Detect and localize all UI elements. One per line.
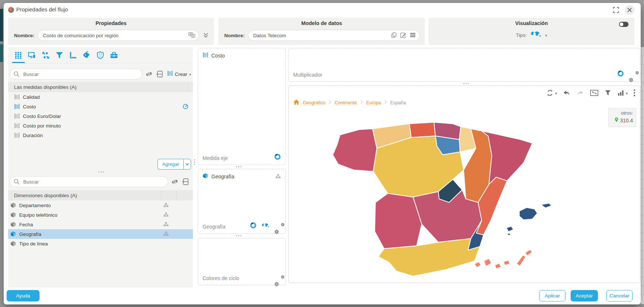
content-sidebar: {} css (8, 47, 193, 287)
measure-row[interactable]: Duración (8, 130, 193, 140)
dropzone-label: Geografía (202, 224, 225, 230)
map-legend: otros: 310.4 (608, 108, 636, 127)
measures-header: Las medidas disponibles (A) (8, 82, 193, 92)
translate-icon[interactable] (188, 32, 195, 40)
map-type-icon[interactable] (530, 31, 541, 39)
abacus-icon (14, 123, 20, 129)
crear-button[interactable]: Crear (167, 70, 191, 78)
settings-gears-icon[interactable] (629, 71, 636, 78)
measure-label: Duración (23, 133, 43, 138)
tab-toolbox-icon[interactable] (110, 51, 118, 60)
filter-icon[interactable] (604, 89, 612, 97)
hierarchy-icon[interactable] (275, 174, 281, 181)
tab-tag-icon[interactable] (82, 51, 91, 60)
map-type-dropdown-icon[interactable] (545, 32, 547, 38)
edit-icon[interactable] (400, 32, 406, 40)
radial-option-icon[interactable] (274, 153, 281, 162)
dimension-row[interactable]: Equipo telefónico (8, 210, 193, 220)
measures-search-input[interactable] (10, 69, 142, 80)
flow-name-input[interactable] (38, 30, 199, 41)
tab-devices-icon[interactable] (28, 51, 37, 60)
dropzone-medida-eje[interactable]: Costo Medida eje (198, 48, 286, 165)
ayuda-button[interactable]: Ayuda (7, 290, 39, 301)
measure-row[interactable]: Costo (8, 102, 193, 111)
kebab-menu-icon[interactable] (633, 89, 636, 97)
aceptar-button[interactable]: Aceptar (571, 290, 598, 301)
zone-splitter-handle[interactable] (236, 166, 242, 167)
hierarchy-icon[interactable] (163, 231, 169, 237)
measure-row[interactable]: Calidad (8, 92, 193, 102)
dimension-label: Geografía (19, 231, 41, 237)
measure-label: Costo (23, 104, 36, 109)
tab-interactions-icon[interactable] (41, 51, 50, 60)
dropzone-geografia[interactable]: Geografía Geografía (198, 169, 286, 234)
map-region-Galicia[interactable] (333, 129, 377, 171)
spain-choropleth-map[interactable] (318, 101, 602, 281)
legend-label: otros: (611, 110, 633, 116)
map-region-Canarias[interactable] (474, 250, 532, 269)
map-region-Extremadura[interactable] (375, 193, 422, 249)
tab-data-grid-icon[interactable] (14, 51, 23, 60)
dimensions-search-row (10, 176, 191, 187)
dropzone-colores-ciclo[interactable]: Colores de ciclo (198, 238, 286, 285)
zone-splitter-handle[interactable] (463, 83, 469, 84)
chart-type-icon[interactable] (617, 89, 628, 97)
visualization-toggle[interactable] (619, 22, 629, 27)
expand-properties-chevrons-icon[interactable] (201, 31, 210, 40)
agregar-dropdown-icon[interactable] (183, 159, 191, 170)
measure-row[interactable]: Costo Euro/Dolar (8, 111, 193, 121)
costo-chip[interactable]: Costo (202, 52, 225, 59)
redo-icon[interactable] (576, 89, 584, 97)
map-region-Illes Balears[interactable] (506, 203, 552, 235)
dimension-label: Departamento (19, 203, 51, 208)
measures-search-row: Crear (10, 69, 191, 80)
gauge-icon (183, 104, 188, 109)
refresh-icon[interactable] (546, 89, 557, 97)
agregar-button[interactable]: Agregar (157, 159, 191, 170)
dimensions-search-input[interactable] (10, 176, 168, 187)
dimension-label: Tipo de línea (19, 241, 48, 247)
geografia-chip[interactable]: Geografía (202, 173, 234, 180)
hierarchy-icon[interactable] (163, 202, 169, 208)
dimension-row[interactable]: Geografía (8, 229, 193, 239)
measure-row[interactable]: Costo por minuto (8, 121, 193, 130)
dimension-row[interactable]: Departamento (8, 200, 193, 210)
radial-option-icon[interactable] (250, 222, 257, 230)
dimension-row[interactable]: Fecha (8, 220, 193, 229)
tab-ruler-icon[interactable] (69, 51, 77, 60)
section-splitter-handle[interactable] (98, 171, 104, 172)
measures-list: Calidad Costo Costo Euro/Dolar Costo por… (8, 92, 193, 140)
map-region-Cantabria[interactable] (409, 122, 436, 137)
notebook-icon[interactable] (156, 70, 164, 78)
refresh-dropdown-icon (555, 90, 557, 96)
map-pin-icon (614, 117, 619, 124)
notebook-icon[interactable] (181, 178, 190, 186)
undo-icon[interactable] (562, 89, 571, 97)
svg-text:css: css (99, 55, 102, 57)
maximize-icon[interactable] (612, 6, 620, 14)
hide-eye-icon[interactable] (171, 178, 179, 186)
settings-gears-icon[interactable] (274, 275, 281, 282)
close-icon[interactable] (625, 5, 634, 15)
hierarchy-icon[interactable] (163, 221, 169, 227)
dimensions-header: Dimensiones disponibles (A) (8, 190, 193, 200)
dialog-title: Propiedades del flujo (16, 6, 68, 13)
fit-to-screen-icon[interactable] (590, 89, 599, 97)
hierarchy-icon[interactable] (163, 212, 169, 218)
home-icon[interactable] (293, 99, 300, 106)
tab-filter-icon[interactable] (55, 51, 64, 60)
data-model-panel-title: Modelo de datos (218, 18, 425, 26)
radial-option-icon[interactable] (617, 70, 624, 79)
menu-icon[interactable] (409, 32, 416, 39)
dropzone-multiplicador[interactable]: Multiplicador (288, 48, 640, 82)
tab-css-shield-icon[interactable]: {} css (96, 51, 105, 60)
hide-eye-icon[interactable] (145, 70, 153, 78)
map-mini-icon[interactable] (262, 223, 270, 230)
cancelar-button[interactable]: Cancelar (606, 290, 633, 301)
zone-splitter-handle[interactable] (236, 235, 242, 236)
aplicar-button[interactable]: Aplicar (539, 290, 565, 301)
settings-gears-icon[interactable] (274, 223, 281, 230)
dimension-row[interactable]: Tipo de línea (8, 239, 193, 248)
new-document-icon[interactable] (391, 32, 397, 40)
panel-splitter-handle[interactable] (194, 159, 195, 165)
